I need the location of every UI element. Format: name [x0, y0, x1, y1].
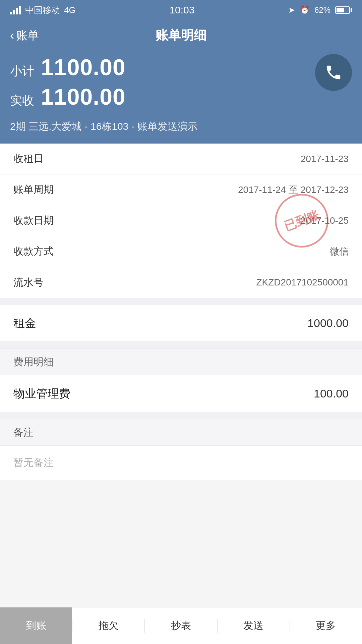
- notes-empty-text: 暂无备注: [13, 457, 54, 468]
- actual-value: 1100.00: [41, 84, 126, 110]
- fee-section-label: 费用明细: [13, 355, 54, 369]
- subtotal-value: 1100.00: [41, 54, 126, 80]
- info-row: 收租日 2017-11-23: [0, 144, 362, 174]
- fee-items-section: 物业管理费 100.00: [0, 375, 362, 412]
- notes-header: 备注: [0, 419, 362, 446]
- header-nav: ‹ 账单 账单明细: [10, 27, 352, 44]
- info-key: 收款日期: [13, 214, 54, 227]
- location-icon: ➤: [288, 5, 295, 15]
- rent-label: 租金: [13, 316, 36, 331]
- tab-拖欠[interactable]: 拖欠: [72, 607, 144, 644]
- info-value: 2017-11-23: [301, 154, 349, 164]
- time-label: 10:03: [169, 4, 194, 16]
- subtotal-label: 小计: [10, 63, 34, 79]
- tab-抄表[interactable]: 抄表: [145, 607, 217, 644]
- info-key: 流水号: [13, 276, 44, 289]
- notes-label: 备注: [13, 426, 34, 439]
- rent-section: 租金 1000.00: [0, 305, 362, 342]
- battery-icon: [335, 6, 352, 14]
- status-left: 中国移动 4G: [10, 4, 76, 16]
- info-value: 2017-10-25: [301, 215, 349, 226]
- rent-row: 租金 1000.00: [0, 305, 362, 342]
- fee-item-label: 物业管理费: [13, 386, 70, 401]
- status-right: ➤ ⏰ 62%: [288, 5, 352, 15]
- back-chevron-icon: ‹: [10, 30, 14, 42]
- bottom-tab-bar: 到账拖欠抄表发送更多: [0, 607, 362, 644]
- network-label: 4G: [64, 5, 76, 15]
- section-divider-1: [0, 298, 362, 305]
- page-title: 账单明细: [156, 27, 206, 44]
- info-value: ZKZD2017102500001: [256, 277, 349, 288]
- tab-items: 到账拖欠抄表发送更多: [0, 607, 362, 644]
- info-row: 流水号 ZKZD2017102500001: [0, 267, 362, 298]
- alarm-icon: ⏰: [300, 5, 310, 15]
- subtotal-row: 小计 1100.00: [10, 54, 352, 80]
- back-label: 账单: [16, 28, 39, 43]
- info-section: 已到账 收租日 2017-11-23 账单周期 2017-11-24 至 201…: [0, 144, 362, 298]
- notes-content: 暂无备注: [0, 446, 362, 480]
- info-row: 收款日期 2017-10-25: [0, 205, 362, 236]
- info-value: 微信: [330, 245, 349, 258]
- signal-icon: [10, 6, 21, 14]
- info-value: 2017-11-24 至 2017-12-23: [238, 183, 349, 196]
- notes-section: 备注 暂无备注: [0, 419, 362, 480]
- status-bar: 中国移动 4G 10:03 ➤ ⏰ 62%: [0, 0, 362, 20]
- actual-row: 实收 1100.00: [10, 84, 352, 110]
- tab-到账[interactable]: 到账: [0, 607, 72, 644]
- info-key: 收租日: [13, 152, 44, 166]
- fee-item-amount: 100.00: [314, 387, 349, 400]
- back-button[interactable]: ‹ 账单: [10, 28, 39, 43]
- battery-label: 62%: [314, 5, 330, 15]
- carrier-label: 中国移动: [25, 4, 60, 16]
- fee-section-header: 费用明细: [0, 348, 362, 375]
- info-row: 账单周期 2017-11-24 至 2017-12-23: [0, 174, 362, 205]
- tab-更多[interactable]: 更多: [290, 607, 362, 644]
- info-key: 收款方式: [13, 245, 54, 258]
- info-row: 收款方式 微信: [0, 236, 362, 267]
- fee-item-row: 物业管理费 100.00: [0, 375, 362, 412]
- section-divider-3: [0, 412, 362, 419]
- header-amounts: 小计 1100.00 实收 1100.00 2期 三远.大爱城 - 16栋103…: [10, 54, 352, 133]
- actual-label: 实收: [10, 93, 34, 109]
- tab-发送[interactable]: 发送: [218, 607, 290, 644]
- info-rows: 收租日 2017-11-23 账单周期 2017-11-24 至 2017-12…: [0, 144, 362, 298]
- phone-button[interactable]: [315, 54, 352, 91]
- header: ‹ 账单 账单明细 小计 1100.00 实收 1100.00 2期 三远.大爱…: [0, 20, 362, 144]
- header-subtitle: 2期 三远.大爱城 - 16栋103 - 账单发送演示: [10, 120, 352, 133]
- fee-items: 物业管理费 100.00: [0, 375, 362, 412]
- section-divider-2: [0, 342, 362, 348]
- phone-icon: [324, 63, 343, 82]
- rent-amount: 1000.00: [307, 317, 349, 330]
- info-key: 账单周期: [13, 183, 54, 197]
